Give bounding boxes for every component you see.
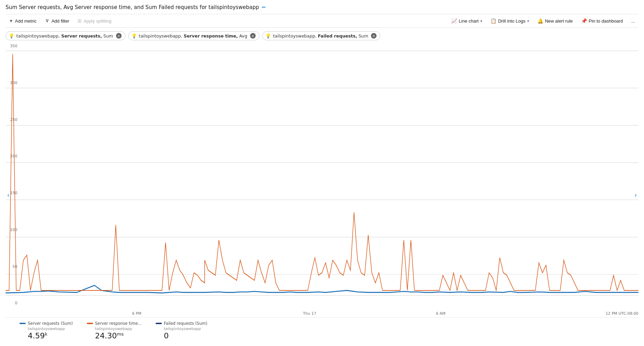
- tag-bulb-icon-2: 💡: [131, 33, 137, 39]
- legend-item-failed-requests: Failed requests (Sum) tailspintoyswebapp…: [156, 321, 207, 340]
- legend-header-1: Server requests (Sum): [19, 321, 73, 326]
- pin-to-dashboard-icon: 📌: [581, 18, 587, 24]
- page-title: Sum Server requests, Avg Server response…: [6, 4, 259, 10]
- legend-color-bar-3: [156, 323, 162, 324]
- toolbar-right: 📈 Line chart ▾ 📋 Drill into Logs ▾ 🔔 New…: [448, 16, 638, 25]
- drill-into-logs-chevron-icon: ▾: [527, 19, 529, 23]
- legend-value-3: 0: [156, 332, 207, 340]
- legend-value-1: 4.59k: [19, 332, 73, 340]
- legend-name-3: Failed requests (Sum): [164, 321, 207, 326]
- x-label-6pm: 6 PM: [132, 311, 141, 316]
- metric-tags: 💡 tailspintoyswebapp, Server requests, S…: [6, 31, 638, 40]
- new-alert-rule-button[interactable]: 🔔 New alert rule: [534, 16, 576, 25]
- legend-header-2: Server response time...: [87, 321, 142, 326]
- legend-sub-3: tailspintoyswebapp: [156, 327, 207, 331]
- apply-splitting-icon: ⊞: [77, 18, 82, 24]
- tag-label-2: tailspintoyswebapp, Server response time…: [139, 33, 247, 39]
- red-line: [6, 54, 638, 290]
- legend-name-1: Server requests (Sum): [28, 321, 73, 326]
- chart-area: ‹ › 0 50 100 150 200 250 300 350: [6, 44, 638, 346]
- legend-value-2: 24.30ms: [87, 332, 142, 340]
- add-metric-button[interactable]: ✦ Add metric: [6, 16, 40, 25]
- blue-line: [6, 286, 638, 293]
- add-filter-button[interactable]: ⛛ Add filter: [41, 16, 73, 25]
- tag-bulb-icon-1: 💡: [9, 33, 14, 39]
- legend-sub-1: tailspintoyswebapp: [19, 327, 73, 331]
- chart-svg: [6, 44, 638, 305]
- line-chart-icon: 📈: [451, 18, 457, 24]
- page-container: Sum Server requests, Avg Server response…: [0, 0, 644, 346]
- legend-item-response-time: Server response time... tailspintoysweba…: [87, 321, 142, 340]
- legend-color-bar-1: [19, 323, 26, 324]
- pin-to-dashboard-button[interactable]: 📌 Pin to dashboard: [578, 16, 626, 25]
- x-label-12pm-utc: 12 PM UTC-08:00: [605, 311, 638, 316]
- legend-color-bar-2: [87, 323, 93, 324]
- tag-bulb-icon-3: 💡: [265, 33, 271, 39]
- toolbar: ✦ Add metric ⛛ Add filter ⊞ Apply splitt…: [6, 14, 638, 28]
- legend-item-server-requests: Server requests (Sum) tailspintoyswebapp…: [19, 321, 73, 340]
- title-row: Sum Server requests, Avg Server response…: [6, 4, 638, 10]
- edit-icon[interactable]: ✏️: [262, 5, 266, 10]
- tag-close-1[interactable]: ×: [116, 33, 122, 39]
- metric-tag-server-requests[interactable]: 💡 tailspintoyswebapp, Server requests, S…: [6, 31, 125, 40]
- new-alert-rule-icon: 🔔: [537, 18, 543, 24]
- x-label-thu17: Thu 17: [303, 311, 316, 316]
- drill-into-logs-icon: 📋: [490, 18, 496, 24]
- tag-label-1: tailspintoyswebapp, Server requests, Sum: [16, 33, 113, 39]
- tag-close-2[interactable]: ×: [250, 33, 256, 39]
- legend-sub-2: tailspintoyswebapp: [87, 327, 142, 331]
- apply-splitting-button[interactable]: ⊞ Apply splitting: [74, 16, 115, 25]
- legend-name-2: Server response time...: [95, 321, 142, 326]
- tag-label-3: tailspintoyswebapp, Failed requests, Sum: [273, 33, 368, 39]
- metric-tag-server-response-time[interactable]: 💡 tailspintoyswebapp, Server response ti…: [128, 31, 259, 40]
- add-metric-icon: ✦: [9, 18, 13, 24]
- add-filter-icon: ⛛: [45, 18, 50, 24]
- drill-into-logs-button[interactable]: 📋 Drill into Logs ▾: [487, 16, 532, 25]
- more-options-button[interactable]: ...: [628, 17, 638, 25]
- legend: Server requests (Sum) tailspintoyswebapp…: [6, 317, 638, 346]
- line-chart-button[interactable]: 📈 Line chart ▾: [448, 16, 486, 25]
- tag-close-3[interactable]: ×: [371, 33, 377, 39]
- metric-tag-failed-requests[interactable]: 💡 tailspintoyswebapp, Failed requests, S…: [262, 31, 380, 40]
- x-label-6am: 6 AM: [436, 311, 446, 316]
- line-chart-chevron-icon: ▾: [480, 19, 482, 23]
- toolbar-left: ✦ Add metric ⛛ Add filter ⊞ Apply splitt…: [6, 16, 115, 25]
- legend-header-3: Failed requests (Sum): [156, 321, 207, 326]
